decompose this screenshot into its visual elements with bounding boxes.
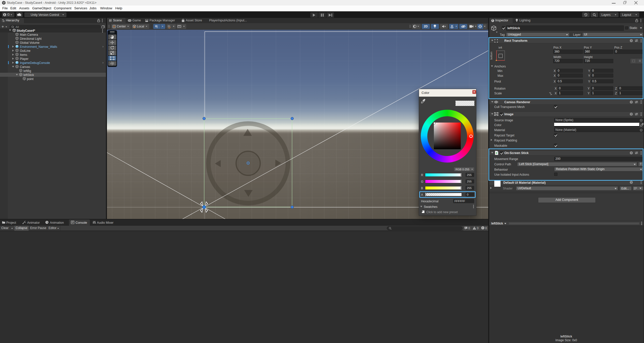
svg-text:?: ?	[631, 181, 632, 184]
svg-text:?: ?	[631, 101, 632, 103]
svg-text:Y: Y	[157, 27, 158, 28]
svg-text:!: !	[465, 226, 466, 229]
svg-text:?: ?	[631, 113, 632, 116]
